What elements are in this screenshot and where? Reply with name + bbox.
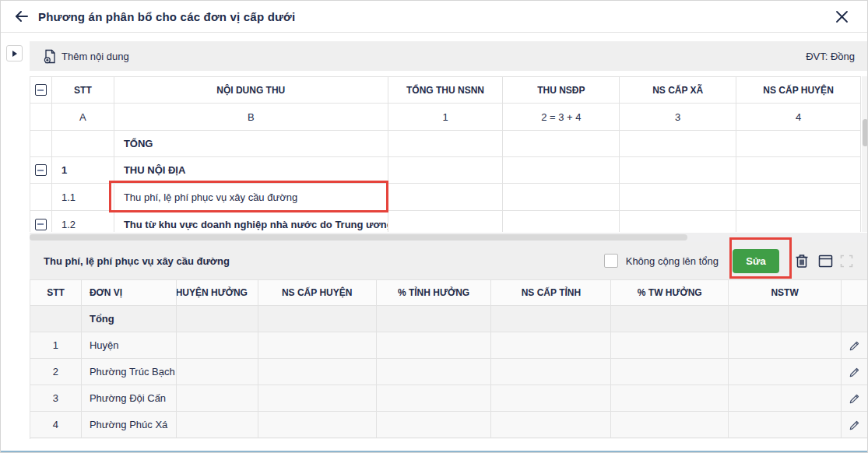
table1-cell xyxy=(736,211,861,232)
table1-cell xyxy=(736,131,861,157)
edit-pencil-icon[interactable] xyxy=(849,419,861,431)
page-title: Phương án phân bổ cho các đơn vị cấp dướ… xyxy=(38,10,295,23)
unit-allocation-table: STT ĐƠN VỊ HUYỆN HƯỞNG NS CẤP HUYỆN % TỈ… xyxy=(30,279,868,439)
table1-cell-stt xyxy=(52,131,114,157)
table2-cell xyxy=(611,412,729,438)
table2-header-actions xyxy=(842,280,868,306)
table2-cell-stt: 4 xyxy=(30,412,82,438)
table2-row-1[interactable]: 1 Huyện xyxy=(30,332,868,359)
table2-header-row: STT ĐƠN VỊ HUYỆN HƯỞNG NS CẤP HUYỆN % TỈ… xyxy=(30,280,868,306)
table2-cell-stt xyxy=(30,306,82,332)
edit-pencil-icon[interactable] xyxy=(849,366,861,378)
back-button[interactable] xyxy=(10,5,33,28)
table1-header-thu-nsdp: THU NSĐP xyxy=(503,77,620,104)
add-content-button[interactable]: Thêm nội dung xyxy=(44,49,129,64)
table1-header-ns-cap-xa: NS CẤP XÃ xyxy=(620,77,736,104)
table1-subheader-empty xyxy=(30,104,52,131)
close-icon xyxy=(835,10,849,23)
table2-row-total[interactable]: Tổng xyxy=(30,306,868,332)
table1-row-total[interactable]: TỔNG xyxy=(30,131,861,157)
table1-cell-content: Thu từ khu vực doanh nghiệp nhà nước do … xyxy=(114,211,388,232)
table2-cell xyxy=(177,359,258,385)
table2-cell-stt: 3 xyxy=(30,385,82,412)
table2-cell xyxy=(177,332,258,359)
table1-subheader-row: A B 1 2 = 3 + 4 3 4 xyxy=(30,104,861,131)
collapse-row-icon[interactable] xyxy=(35,219,47,230)
table1-cell xyxy=(620,157,736,184)
collapse-all-icon[interactable] xyxy=(35,84,47,96)
trash-icon xyxy=(795,253,809,269)
table1-cell-content: Thu phí, lệ phí phục vụ xây cầu đường xyxy=(114,184,388,211)
table1-cell xyxy=(30,211,52,232)
table2-cell xyxy=(377,332,492,359)
table1-cell xyxy=(736,184,861,211)
table2-row-4[interactable]: 4 Phường Phúc Xá xyxy=(30,412,868,438)
table1-cell xyxy=(503,157,620,184)
table1-cell xyxy=(388,157,504,184)
table1-subheader-col4: 4 xyxy=(736,104,861,131)
table2-cell xyxy=(258,332,377,359)
window-bottom-edge xyxy=(1,451,868,452)
table2-cell xyxy=(377,306,492,332)
checkbox-label: Không cộng lên tổng xyxy=(626,255,719,267)
revenue-content-table: STT NỘI DUNG THU TỔNG THU NSNN THU NSĐP … xyxy=(30,76,861,232)
titlebar: Phương án phân bổ cho các đơn vị cấp dướ… xyxy=(1,1,868,33)
table2-cell xyxy=(729,385,842,412)
edit-pencil-icon[interactable] xyxy=(849,392,861,405)
table1-cell xyxy=(503,211,620,232)
table1-row-1[interactable]: 1 THU NỘI ĐỊA xyxy=(30,157,861,184)
table1-cell xyxy=(30,184,52,211)
caret-right-icon xyxy=(12,51,17,57)
table1-subheader-col2: 2 = 3 + 4 xyxy=(503,104,620,131)
table2-row-3[interactable]: 3 Phường Đội Cấn xyxy=(30,385,868,412)
table1-header-ns-cap-huyen: NS CẤP HUYỆN xyxy=(736,77,861,104)
collapse-panel-button[interactable] xyxy=(818,255,833,268)
delete-button[interactable] xyxy=(795,253,809,269)
table2-cell-unit: Huyện xyxy=(82,332,177,359)
table1-subheader-content: B xyxy=(114,104,388,131)
table2-cell xyxy=(258,412,377,438)
table2-cell xyxy=(491,332,611,359)
table2-cell xyxy=(177,306,258,332)
fullscreen-button[interactable] xyxy=(840,255,853,268)
vertical-scrollbar-thumb[interactable] xyxy=(863,119,868,146)
horizontal-scrollbar[interactable] xyxy=(30,233,868,242)
table2-cell xyxy=(611,385,729,412)
back-arrow-icon xyxy=(15,10,29,23)
table1-cell xyxy=(30,131,52,157)
table1-cell xyxy=(388,211,504,232)
table2-horizontal-scrollbar[interactable] xyxy=(30,439,868,451)
edit-button[interactable]: Sửa xyxy=(733,249,779,273)
table2-cell xyxy=(729,359,842,385)
khong-cong-len-tong-checkbox-group[interactable]: Không cộng lên tổng xyxy=(604,254,719,268)
horizontal-scrollbar-thumb[interactable] xyxy=(30,234,687,241)
table2-cell xyxy=(491,385,611,412)
table2-header-ns-cap-huyen: NS CẤP HUYỆN xyxy=(258,280,377,306)
table2-row-2[interactable]: 2 Phường Trúc Bạch xyxy=(30,359,868,385)
table1-cell xyxy=(388,131,504,157)
vertical-scrollbar[interactable] xyxy=(862,76,868,232)
table2-cell-actions xyxy=(842,359,868,385)
unit-label: ĐVT: Đồng xyxy=(806,51,855,62)
sidebar-expand-button[interactable] xyxy=(6,45,23,61)
table1-row-1-2[interactable]: 1.2 Thu từ khu vực doanh nghiệp nhà nước… xyxy=(30,211,861,232)
table2-header-tinh-huong: % TỈNH HƯỞNG xyxy=(377,280,492,306)
table2-cell-actions xyxy=(842,385,868,412)
collapse-row-icon[interactable] xyxy=(35,164,47,176)
table1-cell xyxy=(736,157,861,184)
table2-header-huyen-huong: HUYỆN HƯỞNG xyxy=(177,280,258,306)
table1-row-1-1-selected[interactable]: 1.1 Thu phí, lệ phí phục vụ xây cầu đườn… xyxy=(30,184,861,211)
edit-pencil-icon[interactable] xyxy=(849,339,861,352)
fullscreen-icon xyxy=(840,255,853,268)
content-toolbar: Thêm nội dung ĐVT: Đồng xyxy=(30,41,868,71)
close-button[interactable] xyxy=(831,6,852,26)
table1-header-stt: STT xyxy=(52,77,114,104)
table2-cell xyxy=(177,412,258,438)
table1-cell xyxy=(388,184,504,211)
table1-cell-content: THU NỘI ĐỊA xyxy=(114,157,388,184)
table1-cell-stt: 1.1 xyxy=(52,184,114,211)
checkbox[interactable] xyxy=(604,254,618,268)
table1-cell xyxy=(620,131,736,157)
table2-cell-unit: Tổng xyxy=(82,306,177,332)
table2-header-ns-cap-tinh: NS CẤP TỈNH xyxy=(491,280,611,306)
